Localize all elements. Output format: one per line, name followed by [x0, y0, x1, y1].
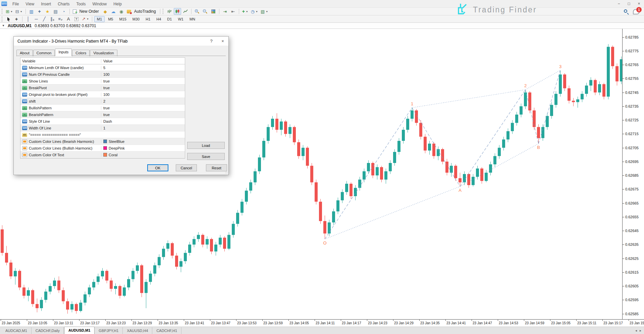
table-row[interactable]: ~BreakPivottrue	[20, 85, 185, 91]
data-window-button[interactable]: +	[36, 8, 43, 15]
crosshair-tool-button[interactable]: +	[13, 16, 20, 22]
ok-button[interactable]: OK	[147, 164, 168, 171]
dialog-tab-inputs[interactable]: Inputs	[55, 49, 72, 56]
navigator-button[interactable]: ★	[44, 8, 51, 15]
indicators-button[interactable]: +▼	[241, 8, 249, 15]
tab-scroll-left-button[interactable]: ◂	[635, 329, 637, 332]
dropdown-arrow-icon[interactable]: ▼	[87, 18, 89, 20]
timeframe-h1-button[interactable]: H1	[143, 16, 153, 22]
dropdown-arrow-icon[interactable]: ▼	[246, 10, 248, 13]
value-cell[interactable]: SteelBlue	[101, 140, 185, 144]
text-label-tool-button[interactable]: T	[73, 16, 80, 22]
dialog-close-button[interactable]: ×	[217, 37, 228, 46]
chart-tab-audcad-m1[interactable]: AUDCAD,M1	[1, 327, 32, 334]
save-button[interactable]: Save	[187, 153, 225, 160]
tab-scroll-right-button[interactable]: ▸	[640, 329, 641, 332]
timeframe-mn-button[interactable]: MN	[187, 16, 198, 22]
new-order-button[interactable]: +New Order	[72, 8, 101, 15]
cursor-tool-button[interactable]	[5, 16, 12, 22]
dialog-help-button[interactable]: ?	[206, 37, 217, 46]
dialog-tab-about[interactable]: About	[16, 50, 33, 56]
table-row[interactable]: 123shift2	[20, 98, 185, 105]
periods-button[interactable]: ◷▼	[250, 8, 259, 15]
mql-community-button[interactable]: ☁	[110, 8, 117, 15]
menu-view[interactable]: View	[22, 1, 38, 7]
table-row[interactable]: 123Style Of LineDash	[20, 118, 185, 125]
table-row[interactable]: ~Show Linestrue	[20, 78, 185, 85]
value-cell[interactable]: Dash	[101, 119, 185, 123]
window-close-button[interactable]: ×	[634, 0, 644, 7]
zoom-in-button[interactable]: +	[194, 8, 201, 15]
dialog-tab-visualization[interactable]: Visualization	[90, 50, 117, 56]
chart-tab-cadchf-daily[interactable]: CADCHF,Daily	[32, 327, 64, 334]
zoom-out-button[interactable]: −	[202, 8, 209, 15]
load-button[interactable]: Load	[187, 142, 225, 149]
quote-expander[interactable]: ▼	[2, 24, 5, 27]
dropdown-arrow-icon[interactable]: ▼	[10, 10, 13, 13]
dropdown-arrow-icon[interactable]: ▼	[266, 10, 268, 13]
value-cell[interactable]: DeepPink	[101, 146, 185, 150]
value-cell[interactable]: 1	[101, 126, 185, 130]
timeframe-m15-button[interactable]: M15	[116, 16, 129, 22]
trendline-tool-button[interactable]: ╱	[41, 16, 48, 22]
vertical-line-tool-button[interactable]: │	[24, 16, 32, 22]
chart-shift-button[interactable]: ⇤	[229, 8, 237, 15]
table-row[interactable]: ab"===== ============ ====="	[20, 131, 185, 138]
dropdown-arrow-icon[interactable]: ▼	[256, 10, 258, 13]
menu-tools[interactable]: Tools	[73, 1, 89, 7]
timeframe-h4-button[interactable]: H4	[154, 16, 164, 22]
market-button[interactable]: ◉	[118, 8, 125, 15]
timeframe-d1-button[interactable]: D1	[164, 16, 174, 22]
window-minimize-button[interactable]: −	[614, 0, 624, 7]
value-cell[interactable]: true	[101, 106, 185, 110]
menu-file[interactable]: File	[9, 1, 22, 7]
new-chart-button[interactable]: ⊞▼	[5, 8, 14, 15]
autotrading-button[interactable]: AutoTrading	[126, 8, 158, 15]
table-row[interactable]: Custom Color Lines (Bullish Harmonic)Dee…	[20, 145, 185, 152]
dialog-tab-common[interactable]: Common	[33, 50, 55, 56]
table-row[interactable]: Custom Color Lines (Bearish Harmonic)Ste…	[20, 138, 185, 145]
dialog-tab-colors[interactable]: Colors	[72, 50, 90, 56]
value-cell[interactable]: 100	[101, 93, 185, 97]
value-cell[interactable]: Coral	[101, 153, 185, 157]
table-row[interactable]: 123Width Of Line1	[20, 125, 185, 131]
dialog-title-bar[interactable]: Custom Indicator - 3-Drives Harmonic Pat…	[14, 37, 228, 46]
horizontal-line-tool-button[interactable]: ─	[33, 16, 40, 22]
candlestick-mode-button[interactable]	[174, 8, 181, 15]
chart-tab-gbpjpy-h1[interactable]: GBPJPY,H1	[95, 327, 123, 334]
channel-tool-button[interactable]: ∥E	[49, 16, 56, 22]
metaeditor-button[interactable]: ◆	[102, 8, 109, 15]
profiles-button[interactable]: ⊟▼	[14, 8, 23, 15]
window-restore-button[interactable]: □	[624, 0, 634, 7]
table-row[interactable]: ~BearishPatterntrue	[20, 111, 185, 118]
value-cell[interactable]: 5	[101, 66, 185, 70]
arrows-tool-button[interactable]: ↗▼	[81, 16, 90, 22]
dialog-resize-grip[interactable]: ∷	[225, 171, 227, 174]
menu-insert[interactable]: Insert	[38, 1, 54, 7]
table-row[interactable]: Custom Color Of TextCoral	[20, 152, 185, 158]
menu-charts[interactable]: Charts	[54, 1, 73, 7]
value-cell[interactable]: true	[101, 86, 185, 90]
timeframe-m1-button[interactable]: M1	[94, 16, 105, 22]
chart-tab-xauusd-h4[interactable]: XAUUSD,H4	[123, 327, 152, 334]
line-chart-mode-button[interactable]	[182, 8, 189, 15]
timeframe-w1-button[interactable]: W1	[175, 16, 186, 22]
search-icon[interactable]	[624, 9, 629, 14]
table-row[interactable]: ~BullishPatterntrue	[20, 105, 185, 111]
reset-button[interactable]: Reset	[206, 164, 227, 171]
timeframe-m30-button[interactable]: M30	[130, 16, 142, 22]
menu-help[interactable]: Help	[110, 1, 125, 7]
table-row[interactable]: 123Num Of Previous Candle100	[20, 71, 185, 78]
value-cell[interactable]: true	[101, 113, 185, 117]
strategy-tester-button[interactable]: ◔	[60, 8, 67, 15]
cancel-button[interactable]: Cancel	[176, 164, 197, 171]
timeframe-m5-button[interactable]: M5	[105, 16, 116, 22]
terminal-button[interactable]: ▤	[52, 8, 59, 15]
menu-window[interactable]: Window	[89, 1, 110, 7]
table-row[interactable]: 123Minimum Lenth Of Wave (candle)5	[20, 64, 185, 71]
dropdown-arrow-icon[interactable]: ▼	[20, 10, 22, 13]
templates-button[interactable]: ▧▼	[260, 8, 269, 15]
fibonacci-tool-button[interactable]: ≡F	[57, 16, 64, 22]
chat-icon[interactable]: 1	[633, 9, 640, 14]
chart-tab-audusd-m1[interactable]: AUDUSD,M1	[64, 327, 95, 334]
